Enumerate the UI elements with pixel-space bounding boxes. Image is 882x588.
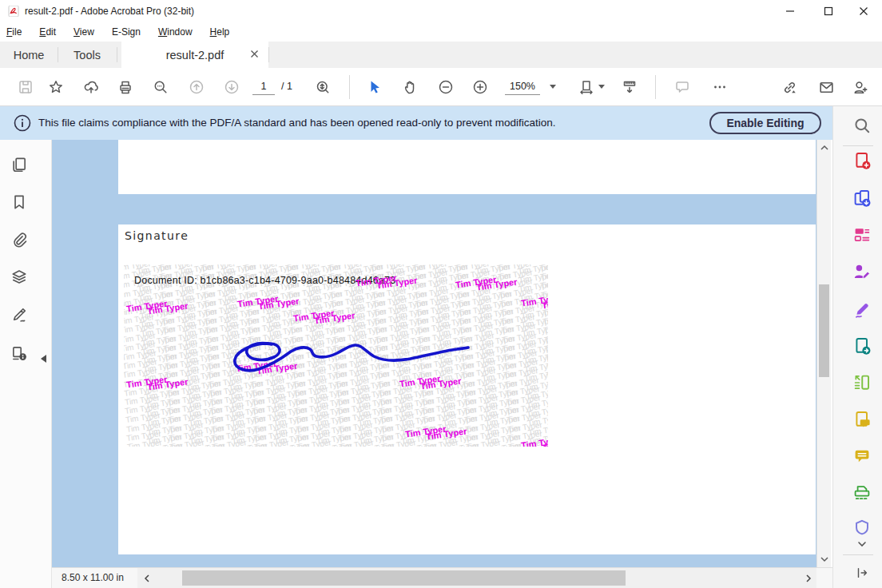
signature-watermark-block: Tim TyperTim TyperTim TyperTim TyperTim … xyxy=(124,264,548,447)
tab-home[interactable]: Home xyxy=(0,42,58,68)
left-rail xyxy=(0,140,52,588)
tab-home-label: Home xyxy=(14,49,45,62)
hand-tool-icon[interactable] xyxy=(402,78,419,96)
toolbar-separator xyxy=(655,75,656,99)
notification-bar: This file claims compliance with the PDF… xyxy=(0,106,832,140)
main-toolbar: 1 / 1 150% xyxy=(0,68,882,106)
menu-item-edit[interactable]: Edit xyxy=(39,26,56,38)
tab-document[interactable]: result-2.pdf xyxy=(121,42,268,68)
horizontal-scrollbar[interactable] xyxy=(137,568,816,588)
scan-ocr-icon[interactable] xyxy=(852,483,872,503)
maximize-button[interactable] xyxy=(810,0,847,22)
search-icon[interactable] xyxy=(152,78,169,96)
zoom-in-icon[interactable] xyxy=(471,78,489,96)
comment-tool-icon[interactable] xyxy=(673,78,691,96)
attachments-icon[interactable] xyxy=(10,230,29,249)
comment-icon[interactable] xyxy=(852,447,872,466)
protect-icon[interactable] xyxy=(852,518,872,537)
page-count-label: / 1 xyxy=(281,78,292,94)
title-bar: result-2.pdf - Adobe Acrobat Pro (32-bit… xyxy=(0,0,882,22)
scroll-right-icon[interactable] xyxy=(805,574,812,582)
bookmarks-icon[interactable] xyxy=(10,193,29,212)
toolbar-separator xyxy=(349,75,350,99)
export-pdf-icon[interactable] xyxy=(852,336,872,356)
content-info-icon[interactable] xyxy=(10,344,29,363)
left-panel-collapse-arrow[interactable] xyxy=(37,355,46,363)
scroll-down-icon[interactable] xyxy=(820,556,828,562)
close-button[interactable] xyxy=(845,0,882,22)
tab-document-label: result-2.pdf xyxy=(166,49,224,62)
info-icon xyxy=(13,113,32,133)
scrolling-mode-icon[interactable] xyxy=(621,78,638,96)
notification-message: This file claims compliance with the PDF… xyxy=(38,106,556,140)
signatures-icon[interactable] xyxy=(10,305,29,324)
tab-separator xyxy=(268,47,269,62)
menu-item-file[interactable]: File xyxy=(6,26,22,38)
next-page-icon[interactable] xyxy=(223,78,240,96)
fill-sign-icon[interactable] xyxy=(852,300,872,319)
organize-pages-icon[interactable] xyxy=(852,373,872,392)
fit-width-icon[interactable] xyxy=(578,78,595,96)
select-tool-icon[interactable] xyxy=(365,78,383,96)
previous-page-icon[interactable] xyxy=(188,78,205,96)
send-comments-icon[interactable] xyxy=(852,410,872,429)
combine-files-icon[interactable] xyxy=(852,189,872,208)
cloud-upload-icon[interactable] xyxy=(82,78,100,96)
page-thumbnails-icon[interactable] xyxy=(10,155,29,174)
pdf-page-above xyxy=(118,140,816,194)
acrobat-app-icon xyxy=(8,6,19,17)
more-tools-chevron-icon[interactable] xyxy=(852,534,872,554)
search-icon[interactable] xyxy=(852,116,872,135)
create-pdf-icon[interactable] xyxy=(852,151,872,170)
menu-bar: FileEditViewE-SignWindowHelp xyxy=(0,22,882,42)
close-tab-icon[interactable] xyxy=(250,50,259,58)
share-link-icon[interactable] xyxy=(781,78,798,96)
page-navigation-icon[interactable] xyxy=(314,78,332,96)
menu-item-help[interactable]: Help xyxy=(210,26,230,38)
handwritten-signature xyxy=(124,264,548,447)
save-icon[interactable] xyxy=(17,78,34,96)
enable-editing-button[interactable]: Enable Editing xyxy=(709,112,821,134)
share-with-others-icon[interactable] xyxy=(851,78,868,96)
print-icon[interactable] xyxy=(117,78,134,96)
acrobat-window: result-2.pdf - Adobe Acrobat Pro (32-bit… xyxy=(0,0,882,588)
tab-tools-label: Tools xyxy=(74,49,101,62)
zoom-dropdown-caret-icon[interactable] xyxy=(550,85,556,92)
email-icon[interactable] xyxy=(817,78,835,96)
menu-item-e-sign[interactable]: E-Sign xyxy=(112,26,141,38)
fit-dropdown-caret-icon[interactable] xyxy=(598,85,605,92)
zoom-out-icon[interactable] xyxy=(437,78,455,96)
zoom-level-input[interactable]: 150% xyxy=(505,78,540,95)
menu-item-view[interactable]: View xyxy=(74,26,94,38)
rail-divider xyxy=(843,145,873,146)
vertical-scrollbar-thumb[interactable] xyxy=(819,284,829,377)
rail-divider xyxy=(843,554,873,555)
menu-item-window[interactable]: Window xyxy=(158,26,193,38)
expand-pane-icon[interactable] xyxy=(852,563,872,582)
scroll-up-icon[interactable] xyxy=(820,145,828,151)
window-title: result-2.pdf - Adobe Acrobat Pro (32-bit… xyxy=(25,6,194,17)
horizontal-scrollbar-thumb[interactable] xyxy=(182,570,626,586)
tab-tools[interactable]: Tools xyxy=(58,42,116,68)
tab-bar: Home Tools result-2.pdf xyxy=(0,42,882,68)
edit-pdf-icon[interactable] xyxy=(852,225,872,244)
tab-separator xyxy=(117,47,117,62)
layers-icon[interactable] xyxy=(10,268,29,287)
page-number-input[interactable]: 1 xyxy=(252,78,275,95)
signature-heading: Signature xyxy=(125,229,189,242)
request-signatures-icon[interactable] xyxy=(852,262,872,281)
pdf-page: Signature Tim TyperTim TyperTim TyperTim… xyxy=(118,224,816,554)
minimize-button[interactable] xyxy=(772,0,808,22)
document-canvas[interactable]: Signature Tim TyperTim TyperTim TyperTim… xyxy=(52,140,816,567)
scroll-left-icon[interactable] xyxy=(144,574,150,582)
right-rail xyxy=(832,106,882,588)
vertical-scrollbar[interactable] xyxy=(816,140,831,567)
star-icon[interactable] xyxy=(47,78,65,96)
page-size-label: 8.50 x 11.00 in xyxy=(62,568,124,588)
status-bar: 8.50 x 11.00 in xyxy=(52,567,832,588)
more-tools-icon[interactable] xyxy=(711,78,729,96)
